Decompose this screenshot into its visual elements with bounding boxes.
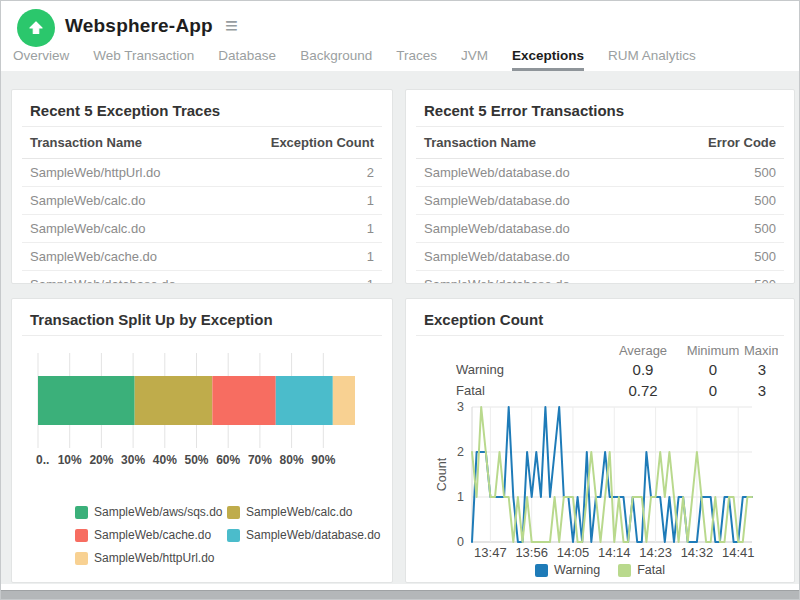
svg-text:0: 0 <box>457 535 464 549</box>
stats-header-minimum: Minimum <box>682 340 744 359</box>
table-row: SampleWeb/database.do500 <box>416 215 784 243</box>
app-status-icon <box>17 9 55 47</box>
table-row: SampleWeb/database.do500 <box>416 187 784 215</box>
value-cell: 500 <box>754 165 776 180</box>
table-row: SampleWeb/database.do500 <box>416 271 784 284</box>
tab-overview[interactable]: Overview <box>13 48 69 71</box>
stats-header-average: Average <box>604 340 682 359</box>
value-cell: 500 <box>754 249 776 264</box>
panel-title: Transaction Split Up by Exception <box>22 307 382 336</box>
svg-text:70%: 70% <box>248 453 272 467</box>
svg-text:3: 3 <box>457 400 464 414</box>
value-cell: 500 <box>754 277 776 284</box>
svg-text:30%: 30% <box>121 453 145 467</box>
transaction-name-cell: SampleWeb/database.do <box>424 165 570 180</box>
table-row: SampleWeb/httpUrl.do2 <box>22 159 382 187</box>
value-cell: 1 <box>367 193 374 208</box>
table-row: SampleWeb/database.do500 <box>416 243 784 271</box>
legend-swatch-icon <box>618 564 631 577</box>
svg-text:80%: 80% <box>280 453 304 467</box>
up-arrow-icon <box>25 17 47 39</box>
exception-count-stats: Average Minimum Maximum Warning 0.9 0 3 … <box>424 340 778 401</box>
app-window: Websphere-App ≡ OverviewWeb TransactionD… <box>0 0 800 600</box>
transaction-split-stacked-bar-chart: 0..10%20%30%40%50%60%70%80%90% <box>12 343 393 483</box>
table-row: SampleWeb/database.do500 <box>416 159 784 187</box>
transaction-name-cell: SampleWeb/httpUrl.do <box>30 165 161 180</box>
transaction-name-cell: SampleWeb/database.do <box>424 277 570 284</box>
value-cell: 2 <box>367 165 374 180</box>
header: Websphere-App ≡ OverviewWeb TransactionD… <box>1 1 799 71</box>
tab-web-transaction[interactable]: Web Transaction <box>93 48 194 71</box>
column-header-error-code: Error Code <box>708 135 776 150</box>
panel-exception-count: Exception Count Average Minimum Maximum … <box>405 298 795 583</box>
panel-title: Exception Count <box>416 307 784 336</box>
legend-item[interactable]: SampleWeb/calc.do <box>227 505 381 519</box>
stats-row-warning: Warning 0.9 0 3 <box>424 359 778 380</box>
legend-item-fatal[interactable]: Fatal <box>618 563 665 577</box>
horizontal-scrollbar[interactable] <box>1 590 799 599</box>
transaction-name-cell: SampleWeb/cache.do <box>30 249 157 264</box>
svg-text:1: 1 <box>457 490 464 504</box>
legend-swatch-icon <box>75 552 88 565</box>
warning-maximum: 3 <box>744 359 778 380</box>
svg-text:14:23: 14:23 <box>639 545 672 560</box>
error-transactions-table: Transaction Name Error Code SampleWeb/da… <box>416 127 784 284</box>
tab-database[interactable]: Database <box>218 48 276 71</box>
svg-text:40%: 40% <box>153 453 177 467</box>
table-row: SampleWeb/calc.do1 <box>22 215 382 243</box>
column-header-exception-count: Exception Count <box>271 135 374 150</box>
column-header-transaction-name: Transaction Name <box>424 135 536 150</box>
svg-text:14:14: 14:14 <box>598 545 631 560</box>
legend-item[interactable]: SampleWeb/database.do <box>227 528 381 542</box>
transaction-name-cell: SampleWeb/database.do <box>424 249 570 264</box>
svg-text:13:56: 13:56 <box>515 545 548 560</box>
svg-text:14:32: 14:32 <box>681 545 714 560</box>
legend-item[interactable]: SampleWeb/httpUrl.do <box>75 551 227 565</box>
tab-bar: OverviewWeb TransactionDatabaseBackgroun… <box>13 48 696 71</box>
svg-text:14:05: 14:05 <box>557 545 590 560</box>
value-cell: 500 <box>754 221 776 236</box>
value-cell: 500 <box>754 193 776 208</box>
legend-label: SampleWeb/database.do <box>246 528 381 542</box>
table-body: SampleWeb/database.do500SampleWeb/databa… <box>416 159 784 284</box>
svg-text:13:47: 13:47 <box>474 545 507 560</box>
legend-item[interactable]: SampleWeb/aws/sqs.do <box>75 505 227 519</box>
tab-jvm[interactable]: JVM <box>461 48 488 71</box>
legend-label: SampleWeb/calc.do <box>246 505 353 519</box>
split-chart-legend: SampleWeb/aws/sqs.doSampleWeb/calc.doSam… <box>75 505 381 565</box>
svg-text:14:41: 14:41 <box>722 545 755 560</box>
legend-swatch-icon <box>227 506 240 519</box>
svg-text:0..: 0.. <box>36 453 49 467</box>
panel-transaction-split: Transaction Split Up by Exception 0..10%… <box>11 298 393 583</box>
svg-text:90%: 90% <box>311 453 335 467</box>
svg-text:2: 2 <box>457 445 464 459</box>
table-body: SampleWeb/httpUrl.do2SampleWeb/calc.do1S… <box>22 159 382 284</box>
line-chart-legend: WarningFatal <box>406 563 794 577</box>
transaction-name-cell: SampleWeb/database.do <box>424 193 570 208</box>
value-cell: 1 <box>367 221 374 236</box>
legend-swatch-icon <box>535 564 548 577</box>
tab-rum-analytics[interactable]: RUM Analytics <box>608 48 696 71</box>
table-row: SampleWeb/database.do1 <box>22 271 382 284</box>
tab-traces[interactable]: Traces <box>396 48 437 71</box>
hamburger-menu-icon[interactable]: ≡ <box>225 15 238 37</box>
svg-text:50%: 50% <box>184 453 208 467</box>
tab-exceptions[interactable]: Exceptions <box>512 48 584 71</box>
stats-header-maximum: Maximum <box>744 340 778 359</box>
table-row: SampleWeb/cache.do1 <box>22 243 382 271</box>
svg-text:Count: Count <box>435 457 449 491</box>
table-header-row: Transaction Name Exception Count <box>22 127 382 159</box>
legend-swatch-icon <box>227 529 240 542</box>
legend-label: Fatal <box>637 563 665 577</box>
legend-label: SampleWeb/httpUrl.do <box>94 551 215 565</box>
tab-background[interactable]: Background <box>300 48 372 71</box>
stats-header-row: Average Minimum Maximum <box>424 340 778 359</box>
transaction-name-cell: SampleWeb/database.do <box>30 277 176 284</box>
legend-swatch-icon <box>75 506 88 519</box>
panel-title: Recent 5 Error Transactions <box>416 98 784 127</box>
exception-count-line-chart: 012313:4713:5614:0514:1414:2314:3214:41C… <box>406 394 795 562</box>
legend-label: SampleWeb/cache.do <box>94 528 211 542</box>
legend-item-warning[interactable]: Warning <box>535 563 600 577</box>
legend-item[interactable]: SampleWeb/cache.do <box>75 528 227 542</box>
value-cell: 1 <box>367 277 374 284</box>
